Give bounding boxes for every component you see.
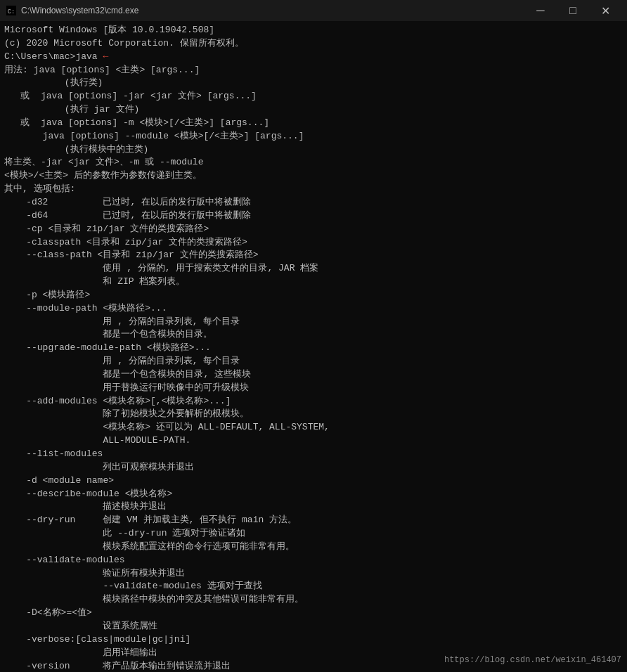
console-line: C:\Users\mac>java ← [4, 51, 623, 64]
red-arrow: ← [103, 51, 108, 62]
console-line: --list-modules [4, 448, 623, 461]
console-line: --add-modules <模块名称>[,<模块名称>...] [4, 395, 623, 408]
console-line: 或 java [options] -jar <jar 文件> [args...] [4, 90, 623, 103]
console-line: 用法: java [options] <主类> [args...] [4, 64, 623, 77]
watermark: https://blog.csdn.net/weixin_461407 [444, 655, 621, 665]
console-line: -cp <目录和 zip/jar 文件的类搜索路径> [4, 223, 623, 236]
console-line: 设置系统属性 [4, 620, 623, 633]
console-line: -d64 已过时, 在以后的发行版中将被删除 [4, 209, 623, 223]
console-line: 和 ZIP 档案列表。 [4, 276, 623, 289]
console-line: java [options] --module <模块>[/<主类>] [arg… [4, 130, 623, 143]
console-line: (执行类) [4, 77, 623, 90]
console-line: --validate-modules 选项对于查找 [4, 580, 623, 593]
title-bar: C: C:\Windows\system32\cmd.exe ─ □ ✕ [0, 0, 627, 21]
console-line: 或 java [options] -m <模块>[/<主类>] [args...… [4, 117, 623, 130]
console-line: 都是一个包含模块的目录。 [4, 328, 623, 342]
console-line: 列出可观察模块并退出 [4, 461, 623, 474]
console-line: (执行模块中的主类) [4, 143, 623, 157]
maximize-button[interactable]: □ [557, 0, 589, 21]
console-line: 其中, 选项包括: [4, 183, 623, 196]
console-body[interactable]: Microsoft Windows [版本 10.0.19042.508](c)… [0, 21, 627, 672]
console-wrapper: Microsoft Windows [版本 10.0.19042.508](c)… [0, 21, 627, 672]
console-line: 用 , 分隔的目录列表, 每个目录 [4, 316, 623, 329]
console-line: -d <module name> [4, 474, 623, 488]
console-line: --describe-module <模块名称> [4, 488, 623, 501]
console-line: <模块名称> 还可以为 ALL-DEFAULT, ALL-SYSTEM, [4, 421, 623, 434]
console-line: (执行 jar 文件) [4, 103, 623, 117]
console-line: --dry-run 创建 VM 并加载主类, 但不执行 main 方法。 [4, 514, 623, 527]
console-line: 除了初始模块之外要解析的根模块。 [4, 408, 623, 421]
console-line: 都是一个包含模块的目录, 这些模块 [4, 368, 623, 382]
svg-text:C:: C: [8, 8, 15, 15]
console-line: 描述模块并退出 [4, 500, 623, 514]
console-line: Microsoft Windows [版本 10.0.19042.508] [4, 24, 623, 37]
console-line: 用 , 分隔的目录列表, 每个目录 [4, 355, 623, 368]
console-line: -D<名称>=<值> [4, 607, 623, 620]
console-line: (c) 2020 Microsoft Corporation. 保留所有权利。 [4, 37, 623, 51]
window-title: C:\Windows\system32\cmd.exe [21, 6, 524, 15]
console-line: ALL-MODULE-PATH. [4, 434, 623, 448]
window: C: C:\Windows\system32\cmd.exe ─ □ ✕ Mic… [0, 0, 627, 672]
minimize-button[interactable]: ─ [524, 0, 557, 21]
cmd-icon: C: [6, 5, 17, 16]
console-line: --module-path <模块路径>... [4, 302, 623, 316]
console-line: --validate-modules [4, 554, 623, 567]
window-controls: ─ □ ✕ [524, 0, 621, 21]
close-button[interactable]: ✕ [589, 0, 621, 21]
console-line: -d32 已过时, 在以后的发行版中将被删除 [4, 196, 623, 209]
console-line: 模块路径中模块的冲突及其他错误可能非常有用。 [4, 593, 623, 607]
console-line: 验证所有模块并退出 [4, 567, 623, 581]
console-line: 此 --dry-run 选项对于验证诸如 [4, 527, 623, 541]
console-line: 使用 , 分隔的, 用于搜索类文件的目录, JAR 档案 [4, 262, 623, 276]
console-line: 模块系统配置这样的命令行选项可能非常有用。 [4, 541, 623, 554]
console-line: <模块>/<主类> 后的参数作为参数传递到主类。 [4, 169, 623, 183]
console-line: -classpath <目录和 zip/jar 文件的类搜索路径> [4, 236, 623, 250]
console-line: --class-path <目录和 zip/jar 文件的类搜索路径> [4, 249, 623, 262]
console-line: 将主类、-jar <jar 文件>、-m 或 --module [4, 156, 623, 169]
console-line: 用于替换运行时映像中的可升级模块 [4, 382, 623, 395]
console-line: -verbose:[class|module|gc|jni] [4, 633, 623, 647]
console-line: -p <模块路径> [4, 289, 623, 302]
console-line: --upgrade-module-path <模块路径>... [4, 342, 623, 355]
